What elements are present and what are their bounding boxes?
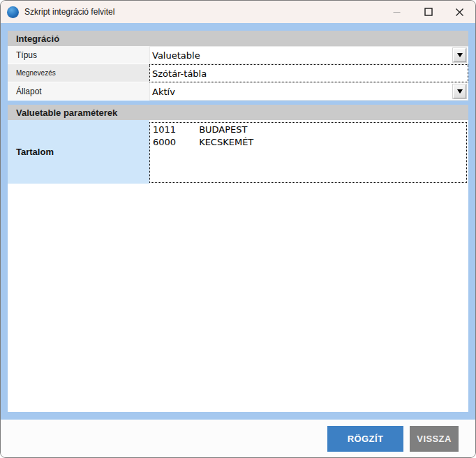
form-row-megnevezes: Megnevezés	[8, 64, 468, 82]
window-title: Szkript integráció felvitel	[24, 7, 114, 17]
megnevezes-input[interactable]	[149, 64, 468, 82]
megnevezes-label: Megnevezés	[8, 64, 149, 82]
app-icon	[7, 6, 19, 18]
tartalom-textarea[interactable]: 1011 BUDAPEST 6000 KECSKEMÉT	[149, 122, 467, 183]
tartalom-label: Tartalom	[8, 120, 149, 184]
tipus-dropdown-arrow-icon[interactable]	[453, 48, 466, 62]
close-icon	[455, 8, 464, 17]
valuetable-section: Valuetable paraméterek Tartalom 1011 BUD…	[8, 105, 468, 412]
integration-section: Integráció Típus Valuetable Megnevezés Á…	[8, 31, 468, 101]
vissza-button[interactable]: VISSZA	[410, 426, 459, 452]
rogzit-button[interactable]: RÖGZÍT	[327, 426, 403, 452]
allapot-value: Aktív	[150, 87, 175, 97]
dialog-window: Szkript integráció felvitel Integráció T…	[0, 0, 476, 458]
form-row-tipus: Típus Valuetable	[8, 46, 468, 64]
tipus-dropdown[interactable]: Valuetable	[149, 46, 468, 64]
tipus-value: Valuetable	[150, 50, 200, 61]
tipus-label: Típus	[8, 46, 149, 64]
form-row-allapot: Állapot Aktív	[8, 82, 468, 101]
minimize-button	[381, 1, 412, 23]
footer-bar: RÖGZÍT VISSZA	[1, 420, 475, 457]
section-header-integracio: Integráció	[8, 31, 468, 46]
close-button[interactable]	[444, 1, 475, 23]
content-filler	[8, 184, 468, 412]
maximize-icon	[424, 8, 433, 16]
maximize-button[interactable]	[412, 1, 444, 23]
minimize-icon	[393, 8, 401, 16]
allapot-label: Állapot	[8, 82, 149, 101]
section-header-valuetable: Valuetable paraméterek	[8, 105, 468, 120]
form-row-tartalom: Tartalom 1011 BUDAPEST 6000 KECSKEMÉT	[8, 120, 468, 184]
content-frame: Integráció Típus Valuetable Megnevezés Á…	[1, 23, 475, 420]
allapot-dropdown[interactable]: Aktív	[149, 82, 468, 101]
allapot-dropdown-arrow-icon[interactable]	[453, 84, 466, 98]
title-bar[interactable]: Szkript integráció felvitel	[1, 1, 475, 23]
window-controls	[381, 1, 475, 23]
